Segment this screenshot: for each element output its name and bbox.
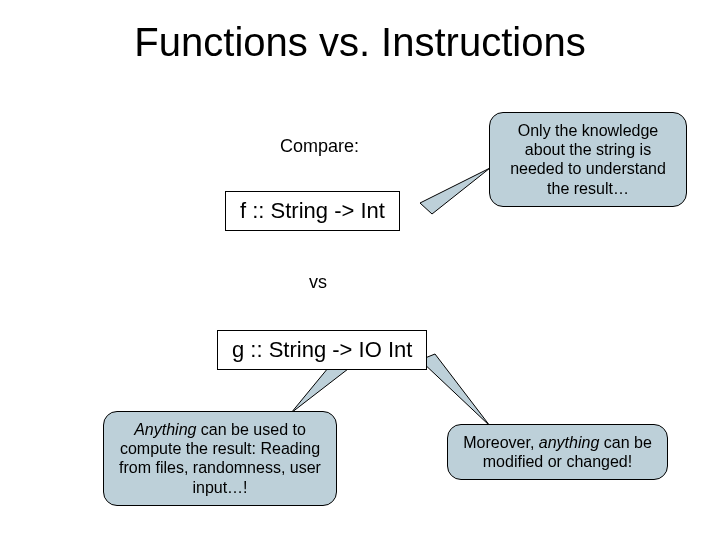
callout-text: Only the knowledge about the string is n… — [510, 122, 666, 197]
slide-title: Functions vs. Instructions — [0, 0, 720, 65]
callout-em: Anything — [134, 421, 196, 438]
code-signature-g: g :: String -> IO Int — [217, 330, 427, 370]
compare-label: Compare: — [280, 136, 359, 157]
vs-label: vs — [309, 272, 327, 293]
callout-anything-compute: Anything can be used to compute the resu… — [103, 411, 337, 506]
callout-text: Moreover, — [463, 434, 539, 451]
code-signature-f: f :: String -> Int — [225, 191, 400, 231]
svg-marker-2 — [420, 354, 490, 426]
callout-em: anything — [539, 434, 600, 451]
callout-knowledge: Only the knowledge about the string is n… — [489, 112, 687, 207]
callout-modified: Moreover, anything can be modified or ch… — [447, 424, 668, 480]
svg-marker-0 — [420, 168, 490, 214]
